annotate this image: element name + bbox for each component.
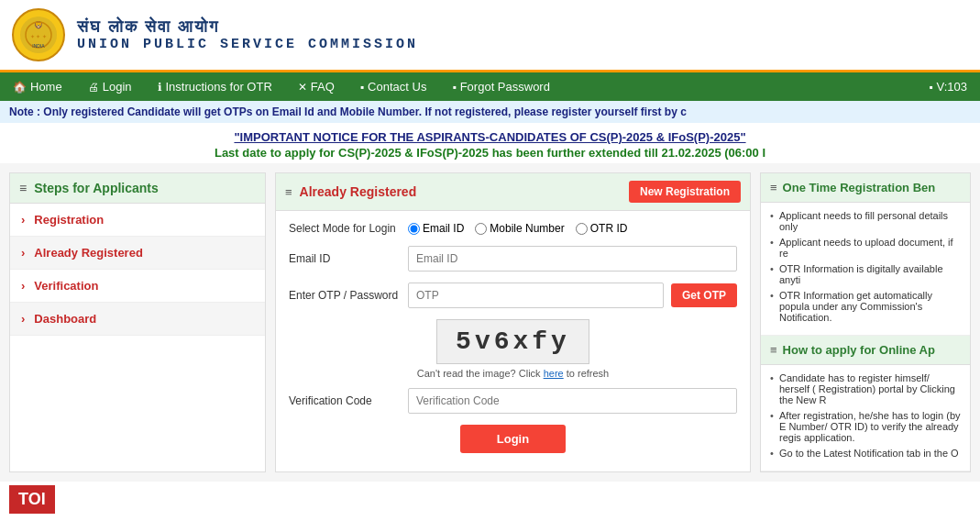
- otp-row: Enter OTP / Password Get OTP: [289, 283, 737, 308]
- steps-title: Steps for Applicants: [34, 181, 159, 195]
- otr-body: Applicant needs to fill personal details…: [761, 203, 970, 335]
- logo: 🦁 ✦ ✦ ✦ INDIA: [11, 7, 66, 62]
- otr-bullet-4: OTR Information get automatically popula…: [770, 290, 961, 323]
- version-icon: ▪: [929, 81, 932, 94]
- left-panel: ≡ Steps for Applicants › Registration › …: [9, 172, 266, 472]
- otp-label: Enter OTP / Password: [289, 289, 408, 302]
- apply-bullet-3: Go to the Latest Notification tab in the…: [770, 448, 961, 459]
- captcha-image: 5v6xfy: [436, 319, 589, 364]
- nav-login[interactable]: 🖨 Login: [75, 72, 145, 101]
- captcha-section: 5v6xfy Can't read the image? Click here …: [289, 319, 737, 379]
- verification-row: Verification Code: [289, 388, 737, 414]
- password-icon: ▪: [452, 81, 456, 94]
- main-content: ≡ Steps for Applicants › Registration › …: [0, 163, 980, 482]
- nav-instructions[interactable]: ℹ Instructions for OTR: [145, 72, 285, 101]
- login-button[interactable]: Login: [460, 425, 566, 453]
- radio-mobile[interactable]: Mobile Number: [475, 222, 564, 235]
- radio-mobile-input[interactable]: [475, 223, 487, 235]
- nav-contact[interactable]: ▪ Contact Us: [347, 72, 440, 101]
- faq-icon: ✕: [298, 81, 307, 94]
- email-row: Email ID: [289, 246, 737, 272]
- already-registered-title: Already Registered: [300, 184, 417, 199]
- radio-otr-input[interactable]: [576, 223, 588, 235]
- login-icon: 🖨: [88, 81, 99, 94]
- otp-input-group: Get OTP: [408, 283, 737, 308]
- get-otp-button[interactable]: Get OTP: [671, 283, 737, 307]
- center-header-left: ≡ Already Registered: [285, 184, 416, 199]
- center-panel: ≡ Already Registered New Registration Se…: [275, 172, 751, 472]
- important-notice: "IMPORTANT NOTICE FOR THE ASPIRANTS-CAND…: [0, 123, 980, 163]
- svg-text:INDIA: INDIA: [32, 43, 45, 49]
- otr-header: ≡ One Time Registration Ben: [761, 173, 970, 203]
- left-panel-header: ≡ Steps for Applicants: [10, 173, 265, 204]
- nav-version: ▪ V:103: [916, 72, 980, 101]
- header: 🦁 ✦ ✦ ✦ INDIA संघ लोक सेवा आयोग UNION PU…: [0, 0, 980, 72]
- title-eng: UNION PUBLIC SERVICE COMMISSION: [77, 37, 418, 52]
- important-link[interactable]: "IMPORTANT NOTICE FOR THE ASPIRANTS-CAND…: [234, 130, 745, 144]
- center-panel-header: ≡ Already Registered New Registration: [276, 173, 750, 211]
- header-title: संघ लोक सेवा आयोग UNION PUBLIC SERVICE C…: [77, 17, 418, 52]
- otr-header-icon: ≡: [770, 181, 777, 194]
- apply-body: Candidate has to register himself/ herse…: [761, 365, 970, 471]
- right-panel: ≡ One Time Registration Ben Applicant ne…: [760, 172, 971, 472]
- home-icon: 🏠: [13, 81, 27, 94]
- verification-label: Verification Code: [289, 394, 408, 407]
- title-hindi: संघ लोक सेवा आयोग: [77, 17, 418, 37]
- email-label: Email ID: [289, 252, 408, 265]
- nav-home[interactable]: 🏠 Home: [0, 72, 75, 101]
- verification-input[interactable]: [408, 388, 737, 414]
- sidebar-item-already-registered[interactable]: › Already Registered: [10, 237, 265, 270]
- info-icon: ℹ: [158, 81, 162, 94]
- sidebar-item-dashboard[interactable]: › Dashboard: [10, 303, 265, 336]
- radio-otr[interactable]: OTR ID: [576, 222, 628, 235]
- navbar: 🏠 Home 🖨 Login ℹ Instructions for OTR ✕ …: [0, 72, 980, 101]
- nav-faq[interactable]: ✕ FAQ: [285, 72, 347, 101]
- radio-email-input[interactable]: [408, 223, 420, 235]
- contact-icon: ▪: [360, 81, 364, 94]
- arrow-icon-4: ›: [21, 312, 25, 326]
- sidebar-item-verification[interactable]: › Verification: [10, 270, 265, 303]
- arrow-icon: ›: [21, 213, 25, 227]
- extended-text: Last date to apply for CS(P)-2025 & IFoS…: [9, 146, 971, 160]
- login-btn-row: Login: [289, 425, 737, 453]
- new-registration-button[interactable]: New Registration: [629, 181, 741, 203]
- select-mode-label: Select Mode for Login: [289, 222, 408, 235]
- nav-forgot[interactable]: ▪ Forgot Password: [439, 72, 563, 101]
- how-to-apply-section: ≡ How to apply for Online Ap Candidate h…: [761, 336, 970, 471]
- apply-bullet-1: Candidate has to register himself/ herse…: [770, 372, 961, 405]
- arrow-icon-3: ›: [21, 279, 25, 293]
- otp-input[interactable]: [408, 283, 664, 308]
- otr-bullet-2: Applicant needs to upload document, if r…: [770, 237, 961, 259]
- apply-header-icon: ≡: [770, 343, 777, 357]
- notice-bar: Note : Only registered Candidate will ge…: [0, 101, 980, 123]
- captcha-refresh-link[interactable]: here: [544, 368, 564, 379]
- apply-title: How to apply for Online Ap: [783, 343, 935, 357]
- otr-title: One Time Registration Ben: [783, 181, 936, 194]
- login-mode-radio-group: Email ID Mobile Number OTR ID: [408, 222, 737, 235]
- arrow-icon-2: ›: [21, 246, 25, 260]
- notice-text: Note : Only registered Candidate will ge…: [9, 105, 687, 118]
- center-menu-icon: ≡: [285, 185, 292, 199]
- otr-benefits-section: ≡ One Time Registration Ben Applicant ne…: [761, 173, 970, 336]
- login-form: Select Mode for Login Email ID Mobile Nu…: [276, 211, 750, 464]
- menu-icon: ≡: [19, 181, 27, 195]
- email-input[interactable]: [408, 246, 737, 272]
- otr-bullet-1: Applicant needs to fill personal details…: [770, 210, 961, 232]
- captcha-hint: Can't read the image? Click here to refr…: [289, 368, 737, 379]
- svg-text:✦ ✦ ✦: ✦ ✦ ✦: [30, 34, 47, 39]
- radio-email[interactable]: Email ID: [408, 222, 464, 235]
- sidebar-item-registration[interactable]: › Registration: [10, 204, 265, 237]
- apply-header: ≡ How to apply for Online Ap: [761, 336, 970, 365]
- otr-bullet-3: OTR Information is digitally available a…: [770, 263, 961, 285]
- select-mode-row: Select Mode for Login Email ID Mobile Nu…: [289, 222, 737, 235]
- apply-bullet-2: After registration, he/she has to login …: [770, 410, 961, 443]
